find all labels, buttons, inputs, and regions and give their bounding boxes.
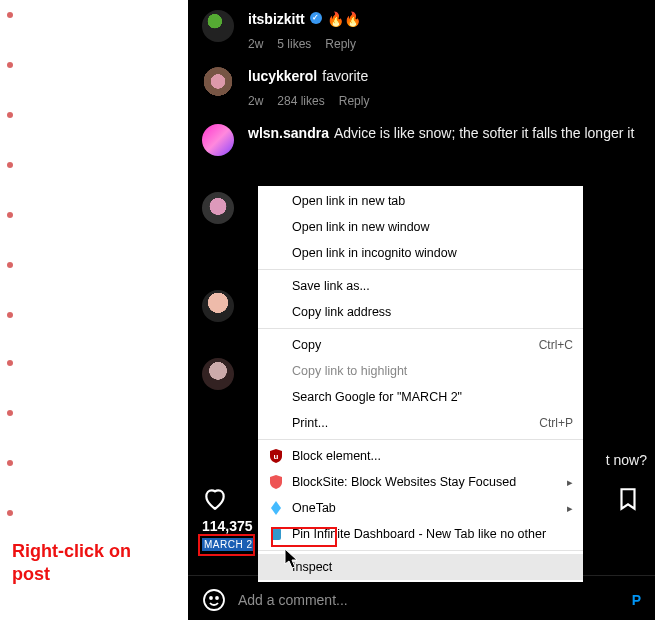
comment-age[interactable]: 2w <box>248 37 263 51</box>
left-gutter: Right-click on post <box>0 0 188 620</box>
emoji-icon[interactable] <box>202 588 226 612</box>
heart-icon[interactable] <box>202 486 228 512</box>
post-button[interactable]: P <box>632 592 641 608</box>
ublock-icon: u <box>268 448 284 464</box>
comment-input[interactable] <box>238 592 620 608</box>
svg-point-2 <box>216 597 218 599</box>
comment-row: itsbizkitt 🔥🔥 2w 5 likes Reply <box>188 0 655 57</box>
ctx-blocksite[interactable]: BlockSite: Block Websites Stay Focused ▸ <box>258 469 583 495</box>
ctx-print[interactable]: Print... Ctrl+P <box>258 410 583 436</box>
avatar[interactable] <box>202 124 234 156</box>
submenu-arrow-icon: ▸ <box>567 502 573 515</box>
svg-text:u: u <box>274 452 279 461</box>
avatar[interactable] <box>202 290 234 322</box>
onetab-icon <box>268 500 284 516</box>
comment-text: 🔥🔥 <box>327 10 361 29</box>
svg-point-1 <box>210 597 212 599</box>
ctx-separator <box>258 550 583 551</box>
submenu-arrow-icon: ▸ <box>567 476 573 489</box>
ctx-search-google[interactable]: Search Google for "MARCH 2" <box>258 384 583 410</box>
comment-username[interactable]: itsbizkitt <box>248 10 305 29</box>
comment-age[interactable]: 2w <box>248 94 263 108</box>
comment-username[interactable]: lucykkerol <box>248 67 317 86</box>
ctx-open-incognito[interactable]: Open link in incognito window <box>258 240 583 266</box>
bookmark-icon[interactable] <box>615 486 641 512</box>
likes-count[interactable]: 114,375 <box>202 518 253 534</box>
ctx-shortcut: Ctrl+P <box>539 416 573 430</box>
ctx-open-new-tab[interactable]: Open link in new tab <box>258 188 583 214</box>
partial-comment-tail: t now? <box>606 452 647 468</box>
post-date-link[interactable]: MARCH 2 <box>202 538 255 551</box>
svg-point-0 <box>204 590 224 610</box>
verified-badge-icon <box>310 12 322 24</box>
ctx-pin-infinite[interactable]: Pin Infinite Dashboard - New Tab like no… <box>258 521 583 547</box>
ctx-block-element[interactable]: u Block element... <box>258 443 583 469</box>
avatar[interactable] <box>202 10 234 42</box>
ctx-copy-link-highlight: Copy link to highlight <box>258 358 583 384</box>
ctx-shortcut: Ctrl+C <box>539 338 573 352</box>
comment-text: favorite <box>322 67 368 86</box>
comment-reply[interactable]: Reply <box>339 94 370 108</box>
ctx-separator <box>258 439 583 440</box>
annotation-text: Right-click on post <box>12 540 131 587</box>
comment-row: wlsn.sandra Advice is like snow; the sof… <box>188 114 655 162</box>
ctx-open-new-window[interactable]: Open link in new window <box>258 214 583 240</box>
svg-rect-4 <box>271 528 281 540</box>
ctx-copy-link-address[interactable]: Copy link address <box>258 299 583 325</box>
decorative-dots <box>0 0 24 620</box>
ctx-separator <box>258 269 583 270</box>
ctx-separator <box>258 328 583 329</box>
ctx-inspect[interactable]: Inspect <box>258 554 583 580</box>
ctx-copy[interactable]: Copy Ctrl+C <box>258 332 583 358</box>
comment-row: lucykkerol favorite 2w 284 likes Reply <box>188 57 655 114</box>
comment-text: Advice is like snow; the softer it falls… <box>334 124 634 143</box>
ctx-onetab[interactable]: OneTab ▸ <box>258 495 583 521</box>
avatar[interactable] <box>202 192 234 224</box>
comment-reply[interactable]: Reply <box>325 37 356 51</box>
avatar[interactable] <box>202 67 234 99</box>
comment-likes[interactable]: 5 likes <box>277 37 311 51</box>
comment-likes[interactable]: 284 likes <box>277 94 324 108</box>
infinite-icon <box>268 526 284 542</box>
blocksite-icon <box>268 474 284 490</box>
ctx-save-link-as[interactable]: Save link as... <box>258 273 583 299</box>
avatar[interactable] <box>202 358 234 390</box>
context-menu: Open link in new tab Open link in new wi… <box>258 186 583 582</box>
comment-username[interactable]: wlsn.sandra <box>248 124 329 143</box>
